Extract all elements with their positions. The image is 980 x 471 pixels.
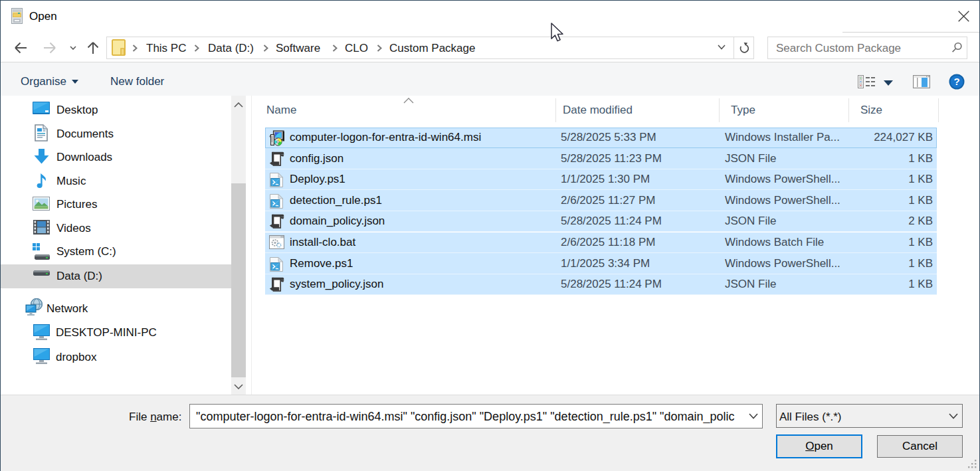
- svg-text:?: ?: [953, 76, 959, 87]
